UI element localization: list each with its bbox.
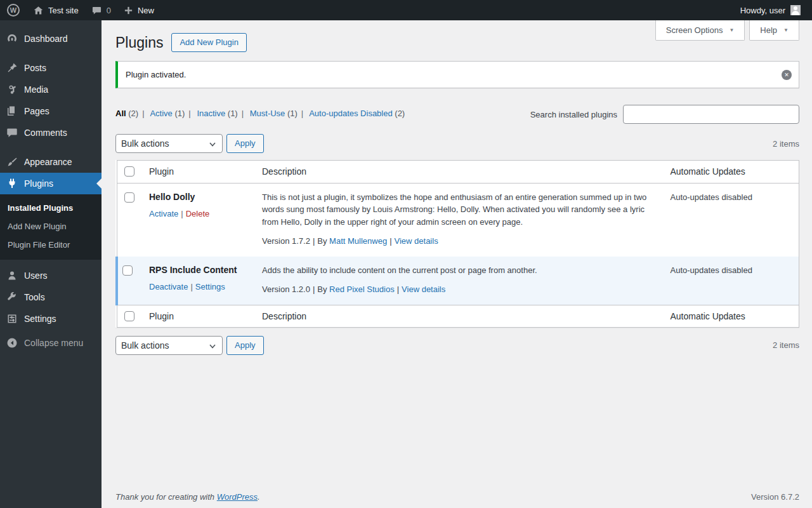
sidebar-item-tools[interactable]: Tools — [0, 286, 102, 308]
plugins-submenu: Installed Plugins Add New Plugin Plugin … — [0, 194, 102, 260]
sidebar-item-users[interactable]: Users — [0, 265, 102, 286]
deactivate-link[interactable]: Deactivate — [149, 282, 188, 291]
submenu-add-new-plugin[interactable]: Add New Plugin — [0, 217, 102, 236]
sidebar-label-posts: Posts — [24, 63, 46, 73]
collapse-menu-button[interactable]: Collapse menu — [0, 332, 102, 354]
howdy-text: Howdy, user — [740, 6, 785, 15]
items-count-bottom: 2 items — [773, 340, 799, 350]
row-checkbox-hello-dolly[interactable] — [124, 192, 134, 203]
search-plugins-label: Search installed plugins — [530, 110, 617, 119]
users-icon — [6, 269, 18, 282]
dashboard-icon — [6, 32, 18, 45]
meta-separator: | — [313, 236, 315, 246]
wordpress-logo-menu[interactable]: W — [0, 0, 27, 20]
sidebar-item-dashboard[interactable]: Dashboard — [0, 28, 102, 50]
filter-separator: | — [242, 109, 244, 118]
success-notice: Plugin activated. ✕ — [115, 61, 799, 88]
content-area: Screen Options ▼ Help ▼ Plugins Add New … — [102, 20, 812, 508]
arrow-down-icon: ▼ — [783, 27, 789, 33]
sidebar-item-media[interactable]: Media — [0, 79, 102, 100]
current-menu-arrow — [96, 178, 102, 189]
action-separator: | — [181, 209, 183, 218]
sidebar-item-appearance[interactable]: Appearance — [0, 151, 102, 173]
site-name-link[interactable]: Test site — [27, 0, 85, 20]
plugin-name: RPS Include Content — [149, 264, 249, 277]
table-footer-row: Plugin Description Automatic Updates — [117, 305, 799, 327]
plugin-name: Hello Dolly — [149, 191, 249, 204]
filter-must-use-count: (1) — [287, 109, 298, 118]
column-footer-plugin[interactable]: Plugin — [143, 305, 256, 327]
avatar — [790, 5, 801, 15]
sidebar-item-plugins[interactable]: Plugins — [0, 173, 102, 194]
sidebar-label-pages: Pages — [24, 106, 49, 116]
delete-link[interactable]: Delete — [186, 209, 210, 218]
plugin-version: Version 1.7.2 — [262, 236, 310, 246]
screen-options-tab[interactable]: Screen Options ▼ — [655, 20, 745, 41]
comments-shortcut[interactable]: 0 — [85, 0, 117, 20]
footer-thanks: Thank you for creating with WordPress. — [115, 492, 260, 502]
new-content-menu[interactable]: New — [117, 0, 160, 20]
help-tab[interactable]: Help ▼ — [749, 20, 799, 41]
sidebar-label-settings: Settings — [24, 314, 56, 324]
submenu-installed-plugins[interactable]: Installed Plugins — [0, 199, 102, 217]
my-account-menu[interactable]: Howdy, user — [734, 0, 807, 20]
plugin-author-link[interactable]: Red Pixel Studios — [329, 284, 395, 294]
auto-updates-status: Auto-updates disabled — [671, 192, 752, 202]
table-row-rps-include-content: RPS Include Content Deactivate|Settings … — [117, 257, 799, 305]
new-label: New — [138, 6, 154, 15]
sidebar-item-settings[interactable]: Settings — [0, 308, 102, 330]
apply-button-top[interactable]: Apply — [226, 134, 264, 153]
column-footer-automatic-updates: Automatic Updates — [664, 305, 799, 327]
items-count-top: 2 items — [773, 139, 799, 149]
filter-active[interactable]: Active — [150, 109, 172, 118]
home-icon — [33, 5, 44, 16]
bulk-actions-select-bottom[interactable]: Bulk actions — [115, 336, 223, 355]
view-details-link[interactable]: View details — [402, 284, 445, 294]
collapse-arrow-icon — [6, 337, 18, 349]
sidebar-item-posts[interactable]: Posts — [0, 57, 102, 79]
submenu-plugin-file-editor[interactable]: Plugin File Editor — [0, 236, 102, 254]
table-row-hello-dolly: Hello Dolly Activate|Delete This is not … — [117, 183, 799, 257]
meta-separator: | — [313, 284, 315, 294]
column-header-description: Description — [256, 161, 664, 183]
select-all-checkbox-top[interactable] — [124, 166, 134, 177]
filter-all-count: (2) — [128, 109, 138, 118]
sidebar-label-users: Users — [24, 271, 48, 281]
dismiss-notice-icon[interactable]: ✕ — [782, 70, 792, 80]
plugin-author-link[interactable]: Matt Mullenweg — [329, 236, 387, 246]
activate-link[interactable]: Activate — [149, 209, 178, 218]
filter-all[interactable]: All — [115, 109, 126, 118]
apply-button-bottom[interactable]: Apply — [226, 336, 264, 355]
footer-version: Version 6.7.2 — [751, 492, 799, 502]
bulk-actions-select[interactable]: Bulk actions — [115, 134, 223, 153]
admin-sidebar: Dashboard Posts Media Pages — [0, 20, 102, 508]
tablenav-bottom: Bulk actions Apply 2 items — [115, 336, 799, 355]
add-new-plugin-button[interactable]: Add New Plugin — [171, 33, 247, 52]
search-plugins-input[interactable] — [623, 105, 799, 124]
filter-auto-updates-disabled[interactable]: Auto-updates Disabled — [309, 109, 393, 118]
footer-thanks-text: Thank you for creating with — [115, 492, 214, 502]
wordpress-link[interactable]: WordPress — [217, 492, 258, 502]
plugin-description: This is not just a plugin, it symbolizes… — [262, 191, 650, 229]
sidebar-item-pages[interactable]: Pages — [0, 100, 102, 122]
sidebar-label-media: Media — [24, 84, 48, 95]
filter-inactive[interactable]: Inactive — [197, 109, 225, 118]
select-all-checkbox-bottom[interactable] — [124, 311, 134, 321]
screen-options-label: Screen Options — [666, 25, 723, 35]
status-filters: All (2)| Active (1)| Inactive (1)| Must-… — [115, 105, 405, 118]
view-details-link[interactable]: View details — [395, 236, 438, 246]
bulk-actions-selected-value: Bulk actions — [121, 138, 169, 149]
row-checkbox-rps-include-content[interactable] — [122, 265, 133, 276]
settings-link[interactable]: Settings — [195, 282, 225, 291]
settings-icon — [6, 312, 18, 325]
wordpress-logo-icon: W — [7, 4, 20, 17]
filter-must-use[interactable]: Must-Use — [250, 109, 285, 118]
chevron-down-icon — [208, 140, 217, 149]
filter-separator: | — [301, 109, 303, 118]
sidebar-item-comments[interactable]: Comments — [0, 122, 102, 144]
meta-separator: | — [390, 236, 391, 246]
filter-inactive-count: (1) — [228, 109, 238, 118]
comment-bubble-icon — [91, 5, 102, 16]
column-header-plugin[interactable]: Plugin — [143, 161, 256, 183]
sidebar-label-comments: Comments — [24, 128, 67, 138]
